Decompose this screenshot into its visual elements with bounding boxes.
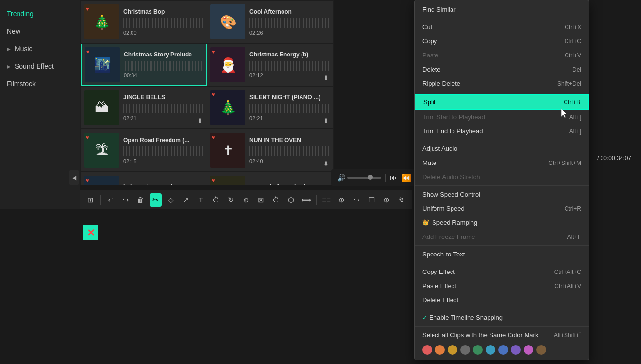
swatch-yellow[interactable] [448, 345, 457, 355]
heart-icon-1: ♥ [86, 6, 89, 12]
media-duration-8: 02:40 [249, 158, 330, 164]
transform-button[interactable]: ↗ [180, 193, 192, 207]
heart-icon-6: ♥ [212, 91, 215, 97]
context-delete[interactable]: Delete Del [415, 62, 589, 76]
context-copy[interactable]: Copy Ctrl+C [415, 34, 589, 48]
back5-button[interactable]: ⏪ [401, 173, 411, 182]
snapping-with-check: ✓ Enable Timeline Snapping [422, 314, 503, 321]
context-show-speed-control[interactable]: Show Speed Control [415, 187, 589, 201]
download-icon-8[interactable]: ⬇ [323, 160, 329, 167]
media-card-7[interactable]: ♥ 🏝 Open Road Freedom (... 02:15 [81, 129, 207, 171]
media-card-4[interactable]: ♥ 🎅 Christmas Energy (b) 02:12 ⬇ [207, 44, 333, 86]
context-split[interactable]: Split Ctrl+B [415, 94, 589, 110]
copy-shortcut: Ctrl+C [565, 38, 581, 45]
context-cut[interactable]: Cut Ctrl+X [415, 20, 589, 34]
context-paste-effect[interactable]: Paste Effect Ctrl+Alt+V [415, 279, 589, 293]
redo-button[interactable]: ↪ [120, 193, 132, 207]
media-card-10[interactable]: ♥ 👥 a crowd of people chee [207, 172, 333, 185]
swatch-red[interactable] [422, 345, 432, 355]
download-icon-6[interactable]: ⬇ [323, 117, 329, 125]
media-card-9[interactable]: ♥ 💧 Lake water sound [81, 172, 207, 185]
context-speech-to-text[interactable]: Speech-to-Text [415, 247, 589, 261]
split2-button[interactable]: ⟺ [300, 193, 312, 207]
swatch-pink[interactable] [524, 345, 533, 355]
paste-effect-shortcut: Ctrl+Alt+V [554, 283, 581, 290]
media-duration-1: 02:00 [123, 30, 204, 36]
copy-effect-label: Copy Effect [422, 268, 455, 275]
context-copy-effect[interactable]: Copy Effect Ctrl+Alt+C [415, 265, 589, 279]
sidebar-item-music[interactable]: ▶ Music [0, 40, 80, 57]
media-wave-3 [124, 61, 203, 71]
swatch-teal[interactable] [486, 345, 495, 355]
music-arrow-icon: ▶ [7, 46, 11, 52]
audio-eq-button[interactable]: ≡≡ [320, 193, 333, 207]
context-trim-end[interactable]: Trim End to Playhead Alt+] [415, 124, 589, 138]
extra-button[interactable]: ↯ [396, 193, 408, 207]
context-ripple-delete[interactable]: Ripple Delete Shift+Del [415, 76, 589, 91]
tag-button[interactable]: ◇ [165, 193, 177, 207]
text-button[interactable]: T [195, 193, 207, 207]
screen-button[interactable]: ↪ [351, 193, 363, 207]
volume-slider[interactable] [347, 177, 381, 179]
context-find-similar[interactable]: Find Similar [415, 2, 589, 17]
swatch-orange[interactable] [435, 345, 445, 355]
swatch-purple[interactable] [511, 345, 521, 355]
thumb-emoji-3: 🌃 [85, 47, 120, 82]
context-enable-snapping[interactable]: ✓ Enable Timeline Snapping [415, 310, 589, 325]
crown-icon: 👑 [422, 219, 429, 226]
thumb-1: ♥ 🎄 [84, 4, 119, 39]
thumb-emoji-1: 🎄 [84, 4, 119, 39]
context-trim-start: Trim Start to Playhead Alt+[ [415, 110, 589, 124]
media-card-3[interactable]: ♥ 🌃 Christmas Story Prelude 00:34 [81, 44, 207, 86]
volume-control: 🔊 [337, 174, 381, 182]
media-info-1: Christmas Bop 02:00 [123, 8, 204, 36]
zoom-button[interactable]: ⊕ [336, 193, 348, 207]
media-card-5[interactable]: 🏔 JINGLE BELLS 02:21 ⬇ [81, 87, 207, 128]
add-to-project-button[interactable]: ⊞ [84, 193, 96, 207]
timer-button[interactable]: ⏱ [210, 193, 222, 207]
swatch-brown[interactable] [536, 345, 546, 355]
download-icon-5[interactable]: ⬇ [197, 117, 203, 125]
download-icon-4[interactable]: ⬇ [323, 74, 329, 82]
scissors-button[interactable]: ✂ [150, 193, 162, 207]
swatch-gray[interactable] [460, 345, 470, 355]
media-card-6[interactable]: ♥ 🎄 SILENT NIGHT (PIANO ...) 02:21 ⬇ [207, 87, 333, 128]
clock-button[interactable]: ⏱ [270, 193, 282, 207]
sidebar-item-new[interactable]: New [0, 22, 80, 40]
context-select-same-color[interactable]: Select all Clips with the Same Color Mar… [415, 328, 589, 342]
track-button[interactable]: ⊕ [380, 193, 393, 207]
paste-shortcut: Ctrl+V [565, 52, 581, 59]
context-adjust-audio[interactable]: Adjust Audio [415, 142, 589, 156]
thumb-6: ♥ 🎄 [210, 90, 245, 125]
volume-icon: 🔊 [337, 174, 345, 182]
context-speed-ramping[interactable]: 👑 Speed Ramping [415, 216, 589, 230]
rotate-button[interactable]: ↻ [225, 193, 237, 207]
add-freeze-frame-shortcut: Alt+F [567, 234, 581, 240]
thumb-2: 🎨 [210, 4, 245, 39]
media-info-8: NUN IN THE OVEN 02:40 [249, 137, 330, 164]
sidebar-item-filmstock[interactable]: Filmstock [0, 75, 80, 92]
sidebar-item-sound-effect[interactable]: ▶ Sound Effect [0, 57, 80, 75]
media-title-8: NUN IN THE OVEN [249, 137, 330, 145]
media-card-8[interactable]: ♥ ✝ NUN IN THE OVEN 02:40 ⬇ [207, 129, 333, 171]
add-button[interactable]: ⊕ [240, 193, 252, 207]
collapse-panel-button[interactable]: ◀ [69, 170, 79, 185]
sidebar-item-trending[interactable]: Trending [0, 5, 80, 22]
thumb-4: ♥ 🎅 [210, 47, 245, 82]
context-uniform-speed[interactable]: Uniform Speed Ctrl+R [415, 201, 589, 216]
delete-label: Delete [422, 66, 441, 73]
media-card-2[interactable]: 🎨 Cool Afternoon 02:26 [207, 1, 333, 43]
swatch-blue[interactable] [498, 345, 508, 355]
context-delete-effect[interactable]: Delete Effect [415, 293, 589, 307]
toolbar-sep-2 [316, 195, 317, 205]
swatch-green[interactable] [473, 345, 483, 355]
playback-area: 🔊 ⏮ ⏪ ▶ [331, 169, 428, 186]
rewind-button[interactable]: ⏮ [390, 173, 397, 182]
context-mute[interactable]: Mute Ctrl+Shift+M [415, 156, 589, 170]
shape-button[interactable]: ⬡ [285, 193, 297, 207]
undo-button[interactable]: ↩ [105, 193, 117, 207]
delete-button[interactable]: 🗑 [135, 193, 147, 207]
media-card-1[interactable]: ♥ 🎄 Christmas Bop 02:00 [81, 1, 207, 43]
mosaic-button[interactable]: ⊠ [255, 193, 267, 207]
window-button[interactable]: ☐ [366, 193, 378, 207]
